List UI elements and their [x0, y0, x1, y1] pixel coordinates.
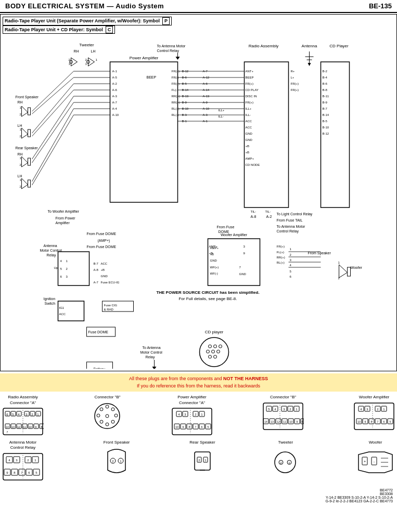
diagram-box: Radio-Tape Player Unit (Separate Power A…	[0, 14, 397, 371]
svg-text:FR(+): FR(+)	[291, 88, 299, 92]
woofer-amplifier-label: Woofer Amplifier	[359, 395, 390, 400]
svg-text:2: 2	[198, 459, 200, 462]
connector-b-radio-label: Connector "B"	[94, 395, 120, 400]
svg-text:1: 1	[34, 459, 36, 462]
svg-text:A-2: A-2	[112, 82, 118, 85]
svg-text:ILL-: ILL-	[246, 113, 251, 116]
svg-text:B-4: B-4	[323, 76, 328, 79]
footer-codes: BE4772 BE3308 Y-14-2 BE3309 S-10-2-A Y-1…	[0, 488, 397, 503]
svg-text:3: 3	[366, 408, 368, 411]
svg-text:& RAD: & RAD	[104, 308, 114, 311]
svg-text:CD Player: CD Player	[329, 44, 349, 48]
svg-text:B-7: B-7	[323, 107, 328, 110]
svg-text:WF(+): WF(+)	[210, 266, 219, 269]
svg-text:4: 4	[274, 408, 276, 411]
svg-text:3: 3	[25, 413, 28, 416]
woofer-connector-svg: + -	[356, 447, 395, 475]
svg-text:FR(+): FR(+)	[291, 82, 299, 85]
svg-text:Tweeter: Tweeter	[79, 43, 94, 47]
svg-text:6: 6	[6, 413, 8, 416]
svg-text:CD PLAY: CD PLAY	[246, 88, 259, 92]
svg-text:L+: L+	[291, 76, 294, 79]
svg-text:2: 2	[27, 459, 29, 462]
svg-text:+B: +B	[101, 268, 105, 271]
power-amplifier-connector-a-item: Power AmplifierConnector "A" 4 3 2 1 10	[171, 395, 213, 436]
svg-point-276	[106, 423, 109, 426]
svg-point-277	[100, 420, 103, 423]
svg-text:RL(+): RL(+)	[277, 261, 285, 264]
svg-text:From Fuse DOME: From Fuse DOME	[87, 245, 117, 249]
svg-text:2: 2	[377, 408, 379, 411]
svg-text:9: 9	[183, 425, 184, 429]
connectors-row-2: Antenna MotorControl Relay 4 3 2 1 9	[2, 440, 395, 481]
svg-point-280	[106, 414, 109, 418]
svg-text:DISC IN: DISC IN	[246, 95, 257, 98]
svg-text:WF(-): WF(-)	[210, 272, 218, 275]
svg-text:1: 1	[296, 408, 298, 411]
svg-text:To Woofer Amplifier: To Woofer Amplifier	[48, 210, 80, 214]
svg-text:2: 2	[195, 413, 197, 416]
svg-text:5: 5	[268, 408, 270, 411]
svg-text:3: 3	[184, 413, 186, 416]
svg-text:FL(-): FL(-)	[172, 88, 178, 92]
svg-text:B-8: B-8	[323, 88, 328, 92]
svg-text:From Fuse: From Fuse	[217, 225, 235, 229]
svg-text:+: +	[364, 460, 366, 463]
svg-rect-281	[172, 408, 212, 435]
svg-text:B-2: B-2	[323, 70, 328, 73]
svg-text:1: 1	[201, 413, 203, 416]
svg-text:ILL+: ILL+	[219, 109, 225, 112]
svg-text:2: 2	[289, 408, 291, 411]
svg-point-279	[100, 408, 103, 411]
svg-text:5: 5	[390, 420, 391, 423]
svg-text:B-10: B-10	[323, 126, 329, 129]
footer-code-g92: G-9-2 Ie-2-2-J BE4123 GA-2-2-C BE4773	[0, 499, 393, 503]
svg-text:LH: LH	[18, 174, 22, 178]
svg-text:Antenna: Antenna	[44, 244, 57, 248]
svg-text:11: 11	[283, 420, 286, 423]
svg-text:Fuse CIG: Fuse CIG	[104, 304, 118, 307]
svg-text:4: 4	[18, 413, 20, 416]
svg-point-271	[95, 404, 120, 429]
svg-point-274	[114, 414, 118, 417]
svg-text:Switch: Switch	[45, 302, 56, 305]
svg-text:Up: Up	[54, 266, 58, 269]
svg-text:B-9: B-9	[323, 101, 328, 104]
svg-text:1: 1	[204, 459, 207, 462]
svg-text:For Full details, see page BE-: For Full details, see page BE-8.	[178, 296, 237, 301]
svg-text:FR(+): FR(+)	[277, 245, 285, 248]
footer-code-be3308: BE3308	[0, 492, 393, 496]
page: BODY ELECTRICAL SYSTEM — Audio System BE…	[0, 0, 397, 532]
svg-text:CD NODE: CD NODE	[246, 163, 260, 166]
svg-text:B-7: B-7	[94, 262, 99, 265]
svg-text:THE POWER SOURCE CIRCUIT has b: THE POWER SOURCE CIRCUIT has been simpli…	[156, 290, 259, 295]
symbol-c: C	[106, 26, 113, 34]
svg-point-381	[275, 452, 296, 473]
power-amplifier-connector-a-svg: 4 3 2 1 10 9 8 7	[171, 407, 213, 436]
svg-text:To Light Control Relay: To Light Control Relay	[277, 212, 313, 216]
svg-text:Rear Speaker: Rear Speaker	[16, 146, 39, 150]
svg-text:TIL-: TIL-	[265, 210, 271, 213]
svg-text:ACC: ACC	[59, 313, 66, 316]
svg-text:6: 6	[383, 420, 385, 423]
svg-text:(AMP+): (AMP+)	[98, 239, 110, 243]
svg-text:5: 5	[208, 425, 209, 429]
svg-text:10: 10	[357, 420, 361, 423]
svg-text:Motor Control: Motor Control	[40, 249, 62, 252]
svg-text:+B: +B	[246, 151, 250, 154]
symbol-p: P	[162, 17, 170, 25]
connector-b-radio-svg	[93, 402, 122, 431]
svg-text:4: 4	[8, 459, 10, 462]
svg-text:8: 8	[189, 425, 190, 429]
svg-text:Radio Assembly: Radio Assembly	[249, 44, 278, 48]
diagram-header-line2: Radio-Tape Player Unit + CD Player: Symb…	[3, 25, 115, 34]
svg-text:A-1: A-1	[112, 70, 118, 73]
svg-text:5: 5	[35, 471, 37, 474]
svg-text:IG1: IG1	[59, 306, 65, 309]
svg-text:Motor Control: Motor Control	[140, 351, 163, 354]
power-amplifier-connector-a-label: Power AmplifierConnector "A"	[177, 395, 207, 406]
connector-b-radio-item: Connector "B"	[93, 395, 122, 430]
svg-text:Front Speaker: Front Speaker	[16, 95, 39, 99]
svg-text:ACC: ACC	[101, 262, 108, 265]
svg-text:13: 13	[271, 420, 274, 423]
